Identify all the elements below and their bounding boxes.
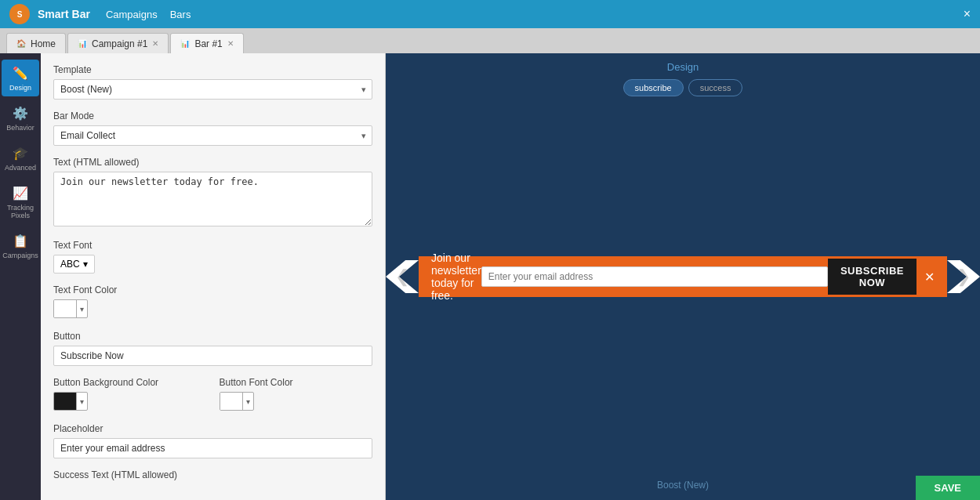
tab-bar1-label: Bar #1 — [194, 38, 222, 49]
text-field: Text (HTML allowed) Join our newsletter … — [53, 157, 372, 229]
font-selector-button[interactable]: ABC ▾ — [53, 255, 95, 274]
app-close-button[interactable]: × — [964, 7, 971, 21]
template-select-wrapper: Boost (New)ClassicModern — [53, 79, 372, 100]
placeholder-field: Placeholder — [53, 423, 372, 458]
bar-mode-field: Bar Mode Email CollectSimple TextClick-T… — [53, 111, 372, 146]
bar-subscribe-button[interactable]: SUBSCRIBE NOW — [828, 259, 916, 295]
text-font-label: Text Font — [53, 240, 372, 251]
text-label: Text (HTML allowed) — [53, 157, 372, 168]
tracking-icon: 📈 — [13, 186, 28, 201]
main-layout: ✏️ Design ⚙️ Behavior 🎓 Advanced 📈 Track… — [0, 53, 980, 500]
text-color-swatch[interactable]: ▾ — [53, 299, 88, 318]
text-color-dropdown-icon[interactable]: ▾ — [76, 300, 87, 317]
sidebar: ✏️ Design ⚙️ Behavior 🎓 Advanced 📈 Track… — [0, 53, 41, 500]
font-selector-value: ABC — [60, 259, 80, 270]
sidebar-item-design[interactable]: ✏️ Design — [2, 60, 39, 96]
button-bg-color-field: Button Background Color ▾ — [53, 377, 207, 412]
button-font-color-field: Button Font Color ▾ — [220, 377, 373, 412]
bar-prev-arrow[interactable]: ❮ — [386, 260, 419, 293]
bar-preview-text: Join our newsletter today for free. — [431, 252, 481, 302]
app-logo: S — [9, 4, 30, 24]
sidebar-item-behavior-label: Behavior — [6, 124, 34, 132]
button-font-color-label: Button Font Color — [220, 377, 373, 388]
text-textarea[interactable]: Join our newsletter today for free. — [53, 172, 372, 226]
placeholder-input[interactable] — [53, 438, 372, 458]
button-bg-color-label: Button Background Color — [53, 377, 207, 388]
campaign-icon: 📊 — [78, 39, 87, 48]
placeholder-label: Placeholder — [53, 423, 372, 434]
bar-mode-select-wrapper: Email CollectSimple TextClick-Through — [53, 125, 372, 146]
button-text-input[interactable] — [53, 346, 372, 366]
bar-preview-container: ❮ Join our newsletter today for free. SU… — [386, 256, 980, 297]
preview-tab-success[interactable]: success — [688, 79, 743, 96]
nav-campaigns[interactable]: Campaigns — [106, 9, 158, 20]
button-colors-row: Button Background Color ▾ Button Font Co… — [53, 377, 372, 423]
sidebar-item-tracking-label: Tracking Pixels — [5, 204, 36, 219]
button-field: Button — [53, 331, 372, 366]
bar-preview: Join our newsletter today for free. SUBS… — [419, 256, 947, 297]
bar-mode-label: Bar Mode — [53, 111, 372, 121]
tab-home[interactable]: 🏠 Home — [6, 33, 66, 53]
button-label: Button — [53, 331, 372, 342]
preview-tabs: subscribe success — [623, 79, 743, 96]
tab-bar1-close[interactable]: ✕ — [227, 39, 234, 48]
template-label: Template — [53, 64, 372, 75]
success-text-label: Success Text (HTML allowed) — [53, 469, 372, 480]
tab-home-label: Home — [31, 38, 56, 49]
behavior-icon: ⚙️ — [13, 106, 28, 121]
text-font-color-label: Text Font Color — [53, 284, 372, 295]
button-bg-swatch-preview — [54, 393, 76, 410]
nav-bars[interactable]: Bars — [170, 9, 191, 20]
sidebar-item-campaigns[interactable]: 📋 Campaigns — [2, 227, 39, 264]
save-button[interactable]: SAVE — [916, 476, 980, 500]
sidebar-item-advanced[interactable]: 🎓 Advanced — [2, 139, 39, 176]
preview-template-name: Boost (New) — [657, 480, 709, 491]
tab-bar: 🏠 Home 📊 Campaign #1 ✕ 📊 Bar #1 ✕ — [0, 28, 980, 53]
panel-content: Template Boost (New)ClassicModern Bar Mo… — [41, 53, 385, 500]
text-font-field: Text Font ABC ▾ — [53, 240, 372, 274]
button-bg-dropdown-icon[interactable]: ▾ — [76, 393, 87, 410]
text-font-color-field: Text Font Color ▾ — [53, 284, 372, 320]
template-field: Template Boost (New)ClassicModern — [53, 64, 372, 100]
sidebar-item-tracking[interactable]: 📈 Tracking Pixels — [2, 179, 39, 224]
tab-bar1[interactable]: 📊 Bar #1 ✕ — [170, 33, 243, 53]
template-select[interactable]: Boost (New)ClassicModern — [53, 79, 372, 100]
font-dropdown-icon: ▾ — [83, 259, 88, 270]
tab-campaign-label: Campaign #1 — [92, 38, 147, 49]
preview-area: Design subscribe success ❮ Join our news… — [386, 53, 980, 500]
home-icon: 🏠 — [16, 39, 26, 48]
bar1-icon: 📊 — [180, 39, 190, 48]
campaigns-icon: 📋 — [13, 234, 28, 248]
button-font-dropdown-icon[interactable]: ▾ — [242, 393, 253, 410]
button-font-swatch-preview — [220, 393, 242, 410]
text-color-swatch-preview — [54, 300, 76, 317]
bar-next-arrow[interactable]: ❯ — [947, 260, 980, 293]
button-font-color-swatch[interactable]: ▾ — [220, 392, 254, 411]
bar-email-input[interactable] — [481, 266, 828, 287]
preview-tab-subscribe[interactable]: subscribe — [623, 79, 684, 96]
tab-campaign-close[interactable]: ✕ — [152, 39, 158, 48]
preview-section-label: Design — [386, 53, 980, 79]
sidebar-item-campaigns-label: Campaigns — [2, 252, 38, 259]
advanced-icon: 🎓 — [13, 146, 28, 161]
design-panel: Template Boost (New)ClassicModern Bar Mo… — [41, 53, 386, 500]
success-text-field: Success Text (HTML allowed) — [53, 469, 372, 480]
sidebar-item-behavior[interactable]: ⚙️ Behavior — [2, 100, 39, 136]
sidebar-item-design-label: Design — [9, 84, 31, 92]
app-title: Smart Bar — [38, 8, 90, 20]
design-icon: ✏️ — [13, 66, 28, 81]
button-bg-color-swatch[interactable]: ▾ — [53, 392, 88, 411]
sidebar-item-advanced-label: Advanced — [5, 164, 36, 172]
tab-campaign[interactable]: 📊 Campaign #1 ✕ — [67, 33, 169, 53]
top-bar: S Smart Bar Campaigns Bars × — [0, 0, 980, 28]
bar-mode-select[interactable]: Email CollectSimple TextClick-Through — [53, 125, 372, 146]
bar-close-icon[interactable]: ✕ — [924, 270, 935, 284]
top-nav: Campaigns Bars — [106, 9, 191, 20]
